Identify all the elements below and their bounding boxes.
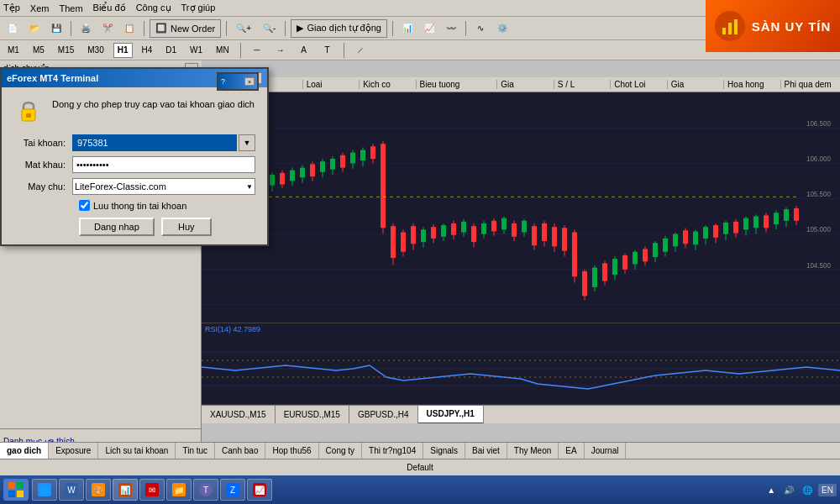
charts2-icon: 📈 [253,483,266,496]
dialog-body: Dong y cho phep truy cap vao tai khoan g… [2,87,267,244]
tai-khoan-input[interactable] [72,134,237,151]
confirm-close-btn[interactable]: × [244,77,255,86]
mt4-icon: 📊 [118,483,132,496]
mail-icon: ✉ [145,483,159,496]
taskbar-files[interactable]: 📁 [166,479,192,501]
taskbar-paint[interactable]: 🎨 [86,479,111,501]
huy-button[interactable]: Huy [161,218,212,236]
dialog-title-text: eForex MT4 Terminal [7,73,98,83]
taskbar-items: 🌐 W 🎨 📊 ✉ 📁 T Z 📈 [32,479,761,501]
may-chu-value: LiteForex-Classic.com [75,181,166,192]
confirm-dialog: ? × [217,72,259,91]
confirm-titlebar: ? × [218,74,257,89]
taskbar-charts2[interactable]: 📈 [247,479,272,501]
lang-button[interactable]: EN [818,484,837,496]
mat-khau-label: Mat khau: [13,160,72,170]
ie-icon: 🌐 [38,483,51,496]
login-dialog-overlay: ? × eForex MT4 Terminal _ □ × [0,0,840,504]
may-chu-row: May chu: LiteForex-Classic.com ▼ [13,178,255,195]
tai-khoan-row: Tai khoan: ▼ [13,134,255,151]
tray-arrow[interactable]: ▲ [764,486,778,495]
svg-rect-140 [8,491,15,497]
dang-nhap-button[interactable]: Dang nhap [79,218,155,236]
tray-volume[interactable]: 🔊 [781,486,796,495]
svg-rect-143 [26,113,31,118]
files-icon: 📁 [172,483,186,496]
paint-icon: 🎨 [92,483,105,496]
mat-khau-input[interactable] [72,156,255,173]
taskbar-metatrader[interactable]: 📊 [113,479,138,501]
checkbox-label: Luu thong tin tai khoan [93,201,186,211]
luu-thong-tin-checkbox[interactable] [79,200,90,211]
login-dialog: eForex MT4 Terminal _ □ × Dong y cho phe… [0,67,269,246]
taskbar-word[interactable]: W [59,479,84,501]
may-chu-input-wrapper: LiteForex-Classic.com ▼ [72,178,255,195]
word-icon: W [65,483,78,496]
zalo-icon: Z [226,483,239,496]
svg-rect-139 [17,482,24,489]
checkbox-row: Luu thong tin tai khoan [79,200,255,211]
confirm-question-mark: ? [221,77,225,86]
taskbar-ie[interactable]: 🌐 [32,479,57,501]
lock-icon [13,96,44,126]
tai-khoan-dropdown-btn[interactable]: ▼ [239,134,255,151]
may-chu-label: May chu: [13,181,72,192]
dialog-icon-row: Dong y cho phep truy cap vao tai khoan g… [13,96,255,126]
may-chu-arrow: ▼ [246,183,253,191]
system-tray: ▲ 🔊 🌐 EN [764,484,837,496]
dialog-description-text: Dong y cho phep truy cap vao tai khoan g… [52,96,255,109]
start-button[interactable] [3,479,29,501]
teams-icon: T [199,483,213,496]
dialog-buttons: Dang nhap Huy [79,218,255,236]
may-chu-select[interactable]: LiteForex-Classic.com ▼ [72,178,255,195]
windows-taskbar: 🌐 W 🎨 📊 ✉ 📁 T Z 📈 ▲ 🔊 🌐 EN [0,475,840,504]
taskbar-mail[interactable]: ✉ [139,479,165,501]
tai-khoan-label: Tai khoan: [13,138,72,148]
svg-rect-141 [17,491,24,497]
tai-khoan-input-wrapper: ▼ [72,134,255,151]
taskbar-teams[interactable]: T [193,479,218,501]
mat-khau-row: Mat khau: [13,156,255,173]
tray-network[interactable]: 🌐 [800,486,815,495]
svg-rect-138 [8,482,15,489]
taskbar-zalo[interactable]: Z [220,479,245,501]
